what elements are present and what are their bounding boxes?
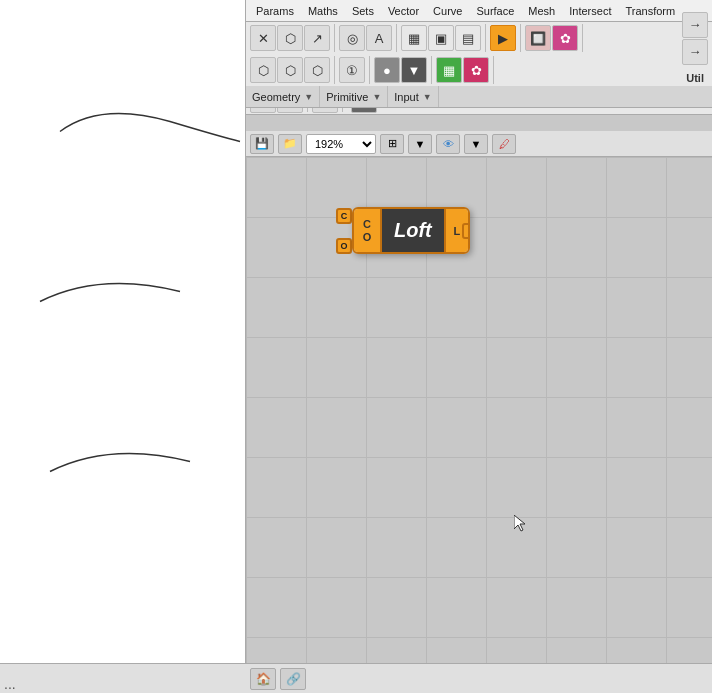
- toolbar-btn-text[interactable]: A: [366, 25, 392, 51]
- geometry-category[interactable]: Geometry ▼: [246, 86, 320, 107]
- toolbar-row-2: ⬡ ⬡ ⬡ ① ● ▼ ▦ ✿ Util: [246, 54, 712, 86]
- btn-green[interactable]: ▦: [436, 57, 462, 83]
- menu-maths[interactable]: Maths: [302, 3, 344, 19]
- geometry-label: Geometry: [252, 91, 300, 103]
- primitive-category[interactable]: Primitive ▼: [320, 86, 388, 107]
- util-label: Util: [686, 72, 704, 84]
- input-label: Input: [394, 91, 418, 103]
- menu-transform[interactable]: Transform: [619, 3, 681, 19]
- brush-btn[interactable]: 🖊: [492, 134, 516, 154]
- node-title: Loft: [394, 219, 432, 242]
- toolbar-section-r2-1: ⬡ ⬡ ⬡: [250, 56, 335, 84]
- btn-hex3[interactable]: ⬡: [304, 57, 330, 83]
- btn-num[interactable]: ①: [339, 57, 365, 83]
- menu-curve[interactable]: Curve: [427, 3, 468, 19]
- node-body[interactable]: C O Loft L: [352, 207, 470, 254]
- menu-surface[interactable]: Surface: [470, 3, 520, 19]
- primitive-arrow: ▼: [372, 92, 381, 102]
- menu-params[interactable]: Params: [250, 3, 300, 19]
- category-bar: Geometry ▼ Primitive ▼ Input ▼: [246, 86, 712, 108]
- bottom-bar: 🏠 🔗: [246, 663, 712, 693]
- toolbar-section-1: ✕ ⬡ ↗: [250, 24, 335, 52]
- toolbar-row-1: ✕ ⬡ ↗ ◎ A ▦ ▣ ▤ ▶ 🔲 ✿ → →: [246, 22, 712, 54]
- node-output-port[interactable]: [462, 223, 470, 239]
- toolbar-btn-x[interactable]: ✕: [250, 25, 276, 51]
- eye-dropdown[interactable]: ▼: [464, 134, 488, 154]
- toolbar-section-2: ◎ A: [339, 24, 397, 52]
- node-center: Loft: [382, 209, 444, 252]
- node-right-label-l: L: [453, 225, 460, 237]
- canvas-area[interactable]: C O C O Loft L: [246, 157, 712, 663]
- view-bar: 💾 📁 192% ⊞ ▼ 👁 ▼ 🖊: [246, 131, 712, 157]
- btn-red[interactable]: ✿: [463, 57, 489, 83]
- bottom-btn-home[interactable]: 🏠: [250, 668, 276, 690]
- footer-dots: ...: [4, 676, 16, 692]
- toolbar-section-r2-3: ▦ ✿: [436, 56, 494, 84]
- loft-node[interactable]: C O C O Loft L: [336, 207, 470, 254]
- toolbar-section-5: 🔲 ✿: [525, 24, 583, 52]
- input-category[interactable]: Input ▼: [388, 86, 438, 107]
- bottom-left-bar: ...: [0, 663, 246, 693]
- toolbar-btn-sq2[interactable]: ▤: [455, 25, 481, 51]
- geometry-arrow: ▼: [304, 92, 313, 102]
- toolbar-section-4: ▶: [490, 24, 521, 52]
- node-port-c[interactable]: C: [336, 208, 352, 224]
- toolbar-btn-orange1[interactable]: ▶: [490, 25, 516, 51]
- menu-sets[interactable]: Sets: [346, 3, 380, 19]
- toolbar-section-3: ▦ ▣ ▤: [401, 24, 486, 52]
- toolbar-btn-circle[interactable]: ◎: [339, 25, 365, 51]
- node-inputs: C O: [336, 208, 352, 254]
- save-btn[interactable]: 💾: [250, 134, 274, 154]
- eye-btn[interactable]: 👁: [436, 134, 460, 154]
- btn-input-circle[interactable]: ●: [374, 57, 400, 83]
- toolbar-section-input: ● ▼: [374, 56, 432, 84]
- menu-mesh[interactable]: Mesh: [522, 3, 561, 19]
- toolbar-btn-cursor[interactable]: ↗: [304, 25, 330, 51]
- toolbar-btn-cherry[interactable]: ✿: [552, 25, 578, 51]
- dropdown-btn[interactable]: ▼: [408, 134, 432, 154]
- node-left-panel: C O: [354, 209, 382, 252]
- toolbar-btn-grid[interactable]: ▦: [401, 25, 427, 51]
- node-left-label-c: C: [363, 218, 371, 230]
- arrow-right-1[interactable]: →: [682, 12, 708, 38]
- btn-hex2[interactable]: ⬡: [277, 57, 303, 83]
- btn-hex1[interactable]: ⬡: [250, 57, 276, 83]
- canvas-grid: [246, 157, 712, 663]
- menu-vector[interactable]: Vector: [382, 3, 425, 19]
- zoom-select[interactable]: 192%: [306, 134, 376, 154]
- input-arrow: ▼: [423, 92, 432, 102]
- curves-svg: [0, 0, 246, 663]
- toolbar-btn-pink[interactable]: 🔲: [525, 25, 551, 51]
- fit-btn[interactable]: ⊞: [380, 134, 404, 154]
- primitive-label: Primitive: [326, 91, 368, 103]
- node-port-o[interactable]: O: [336, 238, 352, 254]
- bottom-btn-link[interactable]: 🔗: [280, 668, 306, 690]
- toolbar-btn-cog[interactable]: ⬡: [277, 25, 303, 51]
- node-top-indicator: [404, 207, 418, 209]
- node-left-label-o: O: [363, 231, 372, 243]
- menu-intersect[interactable]: Intersect: [563, 3, 617, 19]
- btn-input-dark[interactable]: ▼: [401, 57, 427, 83]
- left-panel: [0, 0, 246, 663]
- folder-btn[interactable]: 📁: [278, 134, 302, 154]
- menu-bar: Params Maths Sets Vector Curve Surface M…: [246, 0, 712, 22]
- toolbar-btn-sq1[interactable]: ▣: [428, 25, 454, 51]
- toolbar-section-r2-2: ①: [339, 56, 370, 84]
